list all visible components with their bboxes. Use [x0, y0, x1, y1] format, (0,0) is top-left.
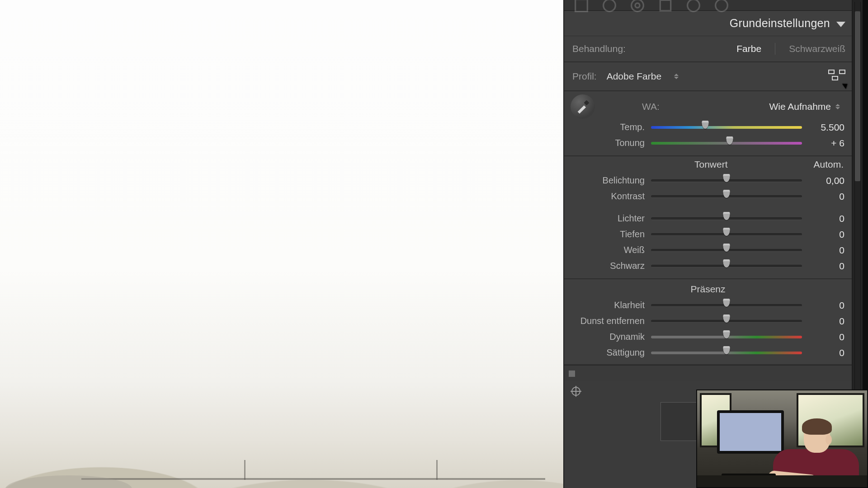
- presence-heading: Präsenz: [564, 279, 852, 297]
- svg-point-5: [688, 0, 700, 11]
- tint-value[interactable]: + 6: [802, 138, 844, 149]
- svg-rect-0: [576, 0, 588, 11]
- temp-value[interactable]: 5.500: [802, 122, 844, 133]
- highlights-slider: Lichter 0: [564, 211, 852, 226]
- image-preview[interactable]: [0, 0, 563, 488]
- shadows-slider: Tiefen 0: [564, 226, 852, 242]
- basic-panel-title: Grundeinstellungen: [730, 17, 830, 30]
- treatment-label: Behandlung:: [572, 43, 626, 54]
- svg-point-3: [635, 3, 640, 8]
- profile-browser-icon[interactable]: [828, 70, 845, 83]
- profile-stepper-icon[interactable]: [674, 74, 679, 79]
- tint-slider: Tonung + 6: [564, 135, 852, 151]
- profile-label: Profil:: [572, 71, 597, 82]
- crop-tool-icon[interactable]: [572, 1, 590, 9]
- svg-rect-4: [660, 0, 670, 10]
- wb-stepper-icon[interactable]: [835, 104, 840, 109]
- white-balance-picker-icon[interactable]: [571, 94, 595, 119]
- profile-value[interactable]: Adobe Farbe: [607, 71, 661, 82]
- gradient-tool-icon[interactable]: [656, 1, 675, 9]
- wb-preset[interactable]: Wie Aufnahme: [769, 101, 831, 112]
- clarity-slider: Klarheit 0: [564, 297, 852, 313]
- treatment-row: Behandlung: Farbe Schwarzweiß: [564, 36, 852, 61]
- auto-tone-button[interactable]: Autom.: [813, 159, 844, 170]
- radial-tool-icon[interactable]: [684, 1, 703, 9]
- whites-slider: Weiß 0: [564, 242, 852, 258]
- vibrance-slider: Dynamik 0: [564, 329, 852, 345]
- svg-point-2: [632, 0, 644, 11]
- svg-point-1: [604, 0, 616, 11]
- brush-tool-icon[interactable]: [712, 1, 731, 9]
- saturation-slider: Sättigung 0: [564, 345, 852, 361]
- basic-panel-header[interactable]: Grundeinstellungen: [564, 11, 852, 36]
- temp-slider: Temp. 5.500: [564, 119, 852, 135]
- redeye-tool-icon[interactable]: [628, 1, 646, 9]
- preview-bridge: [81, 478, 545, 480]
- spot-tool-icon[interactable]: [600, 1, 618, 9]
- collapse-icon[interactable]: [836, 22, 845, 27]
- treatment-bw[interactable]: Schwarzweiß: [789, 43, 845, 54]
- exposure-slider: Belichtung 0,00: [564, 173, 852, 188]
- treatment-color[interactable]: Farbe: [736, 43, 761, 54]
- svg-rect-7: [584, 100, 589, 105]
- panel-toggle-strip: [564, 365, 852, 381]
- blacks-slider: Schwarz 0: [564, 258, 852, 274]
- scroll-thumb[interactable]: [855, 11, 860, 181]
- svg-point-6: [716, 0, 728, 11]
- tool-strip: [564, 0, 852, 11]
- dehaze-slider: Dunst entfernen 0: [564, 313, 852, 329]
- cursor-icon: [843, 82, 849, 89]
- webcam-overlay: [696, 389, 868, 488]
- panel-switch-icon[interactable]: [569, 371, 575, 377]
- tone-heading: Tonwert: [609, 159, 813, 170]
- contrast-slider: Kontrast 0: [564, 188, 852, 204]
- wb-label: WA:: [642, 101, 660, 112]
- targeted-adjust-icon[interactable]: [571, 387, 580, 396]
